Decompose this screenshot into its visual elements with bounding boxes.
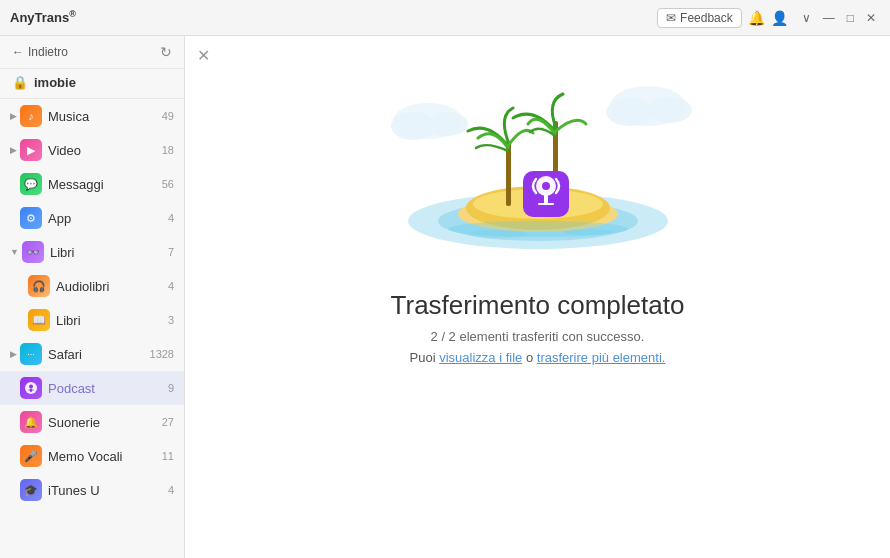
feedback-label: Feedback bbox=[680, 11, 733, 25]
svg-point-6 bbox=[428, 112, 468, 136]
svg-point-1 bbox=[29, 385, 33, 389]
audiolibri-icon: 🎧 bbox=[28, 275, 50, 297]
audiolibri-label: Audiolibri bbox=[56, 279, 109, 294]
messaggi-icon: 💬 bbox=[20, 173, 42, 195]
success-title: Trasferimento completato bbox=[391, 290, 685, 321]
sidebar-item-messaggi[interactable]: ▶ 💬 Messaggi 56 bbox=[0, 167, 184, 201]
podcast-label: Podcast bbox=[48, 381, 95, 396]
device-lock-icon: 🔒 bbox=[12, 75, 28, 90]
svg-rect-20 bbox=[544, 194, 548, 204]
app-icon: ⚙ bbox=[20, 207, 42, 229]
sidebar-item-safari[interactable]: ▶ ··· Safari 1328 bbox=[0, 337, 184, 371]
messaggi-count: 56 bbox=[162, 178, 174, 190]
or-text: o bbox=[522, 350, 536, 365]
transfer-more-link[interactable]: trasferire più elementi. bbox=[537, 350, 666, 365]
back-button[interactable]: ← Indietro bbox=[12, 45, 68, 59]
title-bar-right: ✉ Feedback 🔔 👤 ∨ — □ ✕ bbox=[657, 8, 880, 28]
profile-icon[interactable]: 👤 bbox=[771, 10, 788, 26]
musica-label: Musica bbox=[48, 109, 89, 124]
podcast-count: 9 bbox=[168, 382, 174, 394]
mail-icon: ✉ bbox=[666, 11, 676, 25]
memo-icon: 🎤 bbox=[20, 445, 42, 467]
suonerie-label: Suonerie bbox=[48, 415, 100, 430]
back-label: Indietro bbox=[28, 45, 68, 59]
musica-count: 49 bbox=[162, 110, 174, 122]
sidebar-item-podcast[interactable]: ▶ Podcast 9 bbox=[0, 371, 184, 405]
itunes-count: 4 bbox=[168, 484, 174, 496]
libri-sub-icon: 📖 bbox=[28, 309, 50, 331]
device-name: imobie bbox=[34, 75, 76, 90]
safari-label: Safari bbox=[48, 347, 82, 362]
refresh-icon[interactable]: ↻ bbox=[160, 44, 172, 60]
chevron-icon[interactable]: ∨ bbox=[798, 9, 815, 27]
title-bar-left: AnyTrans® bbox=[10, 9, 76, 25]
island-illustration bbox=[185, 66, 890, 266]
libri-icon: 👓 bbox=[22, 241, 44, 263]
reg-mark: ® bbox=[69, 9, 76, 19]
device-row: 🔒 imobie bbox=[0, 69, 184, 99]
suonerie-count: 27 bbox=[162, 416, 174, 428]
itunes-icon: 🎓 bbox=[20, 479, 42, 501]
sidebar-item-libri[interactable]: ▼ 👓 Libri 7 bbox=[0, 235, 184, 269]
safari-icon: ··· bbox=[20, 343, 42, 365]
content-area: ✕ bbox=[185, 36, 890, 558]
safari-count: 1328 bbox=[150, 348, 174, 360]
app-title: AnyTrans® bbox=[10, 9, 76, 25]
maximize-button[interactable]: □ bbox=[843, 9, 858, 27]
view-files-link[interactable]: visualizza i file bbox=[439, 350, 522, 365]
sidebar-item-itunes[interactable]: ▶ 🎓 iTunes U 4 bbox=[0, 473, 184, 507]
messaggi-label: Messaggi bbox=[48, 177, 104, 192]
podcast-icon bbox=[20, 377, 42, 399]
link-prefix: Puoi bbox=[410, 350, 440, 365]
success-subtitle: 2 / 2 elementi trasferiti con successo. bbox=[391, 329, 685, 344]
memo-count: 11 bbox=[162, 450, 174, 462]
video-icon: ▶ bbox=[20, 139, 42, 161]
main-layout: ← Indietro ↻ 🔒 imobie ▶ ♪ Musica 49 ▶ ▶ … bbox=[0, 36, 890, 558]
expand-arrow-safari: ▶ bbox=[10, 349, 17, 359]
memo-label: Memo Vocali bbox=[48, 449, 122, 464]
expand-arrow-musica: ▶ bbox=[10, 111, 17, 121]
sidebar: ← Indietro ↻ 🔒 imobie ▶ ♪ Musica 49 ▶ ▶ … bbox=[0, 36, 185, 558]
back-arrow-icon: ← bbox=[12, 45, 24, 59]
bell-icon[interactable]: 🔔 bbox=[748, 10, 765, 26]
svg-point-24 bbox=[563, 229, 613, 235]
app-label: App bbox=[48, 211, 71, 226]
svg-point-23 bbox=[468, 230, 528, 238]
musica-icon: ♪ bbox=[20, 105, 42, 127]
itunes-label: iTunes U bbox=[48, 483, 100, 498]
sidebar-item-audiolibri[interactable]: 🎧 Audiolibri 4 bbox=[0, 269, 184, 303]
video-label: Video bbox=[48, 143, 81, 158]
libri-label: Libri bbox=[50, 245, 75, 260]
app-count: 4 bbox=[168, 212, 174, 224]
close-window-button[interactable]: ✕ bbox=[862, 9, 880, 27]
sidebar-item-musica[interactable]: ▶ ♪ Musica 49 bbox=[0, 99, 184, 133]
minimize-button[interactable]: — bbox=[819, 9, 839, 27]
libri-count: 7 bbox=[168, 246, 174, 258]
success-links: Puoi visualizza i file o trasferire più … bbox=[391, 350, 685, 365]
app-name-text: AnyTrans bbox=[10, 11, 69, 26]
window-controls: ∨ — □ ✕ bbox=[798, 9, 880, 27]
libri-sub-label: Libri bbox=[56, 313, 81, 328]
svg-point-8 bbox=[606, 98, 654, 126]
sidebar-item-app[interactable]: ▶ ⚙ App 4 bbox=[0, 201, 184, 235]
success-section: Trasferimento completato 2 / 2 elementi … bbox=[391, 290, 685, 365]
suonerie-icon: 🔔 bbox=[20, 411, 42, 433]
expand-arrow-video: ▶ bbox=[10, 145, 17, 155]
sidebar-item-libri-sub[interactable]: 📖 Libri 3 bbox=[0, 303, 184, 337]
feedback-button[interactable]: ✉ Feedback bbox=[657, 8, 742, 28]
svg-point-9 bbox=[648, 97, 692, 123]
svg-point-19 bbox=[542, 182, 550, 190]
expand-arrow-libri: ▼ bbox=[10, 247, 19, 257]
title-bar: AnyTrans® ✉ Feedback 🔔 👤 ∨ — □ ✕ bbox=[0, 0, 890, 36]
audiolibri-count: 4 bbox=[168, 280, 174, 292]
close-button[interactable]: ✕ bbox=[197, 48, 210, 64]
sidebar-item-memo[interactable]: ▶ 🎤 Memo Vocali 11 bbox=[0, 439, 184, 473]
libri-sub-count: 3 bbox=[168, 314, 174, 326]
sidebar-item-suonerie[interactable]: ▶ 🔔 Suonerie 27 bbox=[0, 405, 184, 439]
sidebar-header: ← Indietro ↻ bbox=[0, 36, 184, 69]
video-count: 18 bbox=[162, 144, 174, 156]
sidebar-item-video[interactable]: ▶ ▶ Video 18 bbox=[0, 133, 184, 167]
